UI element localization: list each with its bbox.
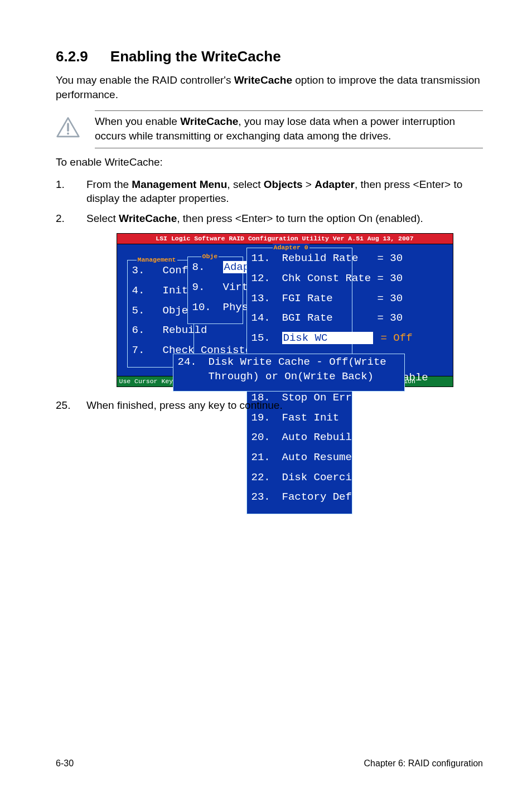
s3: When finished, press any key to continue… [86,399,283,411]
s2b: WriteCache [119,212,177,224]
callout-box: When you enable WriteCache, you may lose… [95,110,483,148]
step-1: From the Management Menu, select Objects… [56,177,483,206]
adp-row: Disk WC = Off [252,331,347,346]
callout-b: WriteCache [180,115,238,127]
adapter-header: Adapter 0 [273,244,309,252]
s1d: Objects [264,178,303,190]
objects-header: Obje [201,253,219,260]
footer-chapter: Chapter 6: RAID configuration [364,758,483,769]
management-header: Management [137,256,177,264]
bios-screenshot: LSI Logic Software RAID Configuration Ut… [117,233,453,387]
heading-number: 6.2.9 [56,48,88,65]
intro-a: You may enable the RAID controller's [56,74,234,86]
intro-b: WriteCache [234,74,292,86]
adp-row: BGI Rate = 30 [252,311,347,326]
obj-item: Virtual Driv [192,281,238,295]
adp-row: Fast Init = Enable [252,411,347,426]
svg-point-1 [67,133,69,135]
step-2: Select WriteCache, then press <Enter> to… [56,211,483,388]
s1f: Adapter [315,178,355,190]
warning-icon [56,117,80,139]
s1b: Management Menu [132,178,227,190]
mgmt-item: Configure [132,264,189,278]
to-enable-text: To enable WriteCache: [56,156,483,168]
objects-panel: Obje AdapterVirtual DrivPhysical Dri [187,257,243,324]
adp-row: Auto Rebuild = On [252,431,347,445]
intro-paragraph: You may enable the RAID controller's Wri… [56,73,483,102]
s1a: From the [86,178,132,190]
s2a: Select [86,212,119,224]
adp-row: Chk Const Rate = 30 [252,272,347,286]
step-3: When finished, press any key to continue… [56,398,483,413]
mgmt-item: Rebuild [132,323,189,338]
footer-page-number: 6-30 [56,758,74,769]
obj-item: Adapter [192,260,238,275]
adp-row: Rebuild Rate = 30 [252,252,347,266]
management-list: ConfigureInitializeObjectsRebuildCheck C… [128,260,194,366]
heading-text: Enabling the WriteCache [110,48,281,65]
objects-list: AdapterVirtual DrivPhysical Dri [188,257,243,323]
bios-title: LSI Logic Software RAID Configuration Ut… [117,234,453,244]
help-text: Disk Write Cache - Off(Write Through) or… [178,355,400,384]
callout-a: When you enable [95,115,180,127]
management-panel: Management ConfigureInitializeObjectsReb… [127,260,194,367]
obj-item: Physical Dri [192,301,238,315]
s2c: , then press <Enter> to turn the option … [177,212,423,224]
mgmt-item: Objects [132,304,189,318]
s1c: , select [227,178,263,190]
adp-row: FGI Rate = 30 [252,292,347,306]
s1e: > [303,178,315,190]
adp-row: Disk Coercion = 1GB [252,471,347,485]
adp-row: Factory Default [252,490,347,505]
mgmt-item: Initialize [132,284,189,298]
help-panel: Disk Write Cache - Off(Write Through) or… [173,354,405,391]
adp-row: Auto Resume = Enable [252,451,347,465]
